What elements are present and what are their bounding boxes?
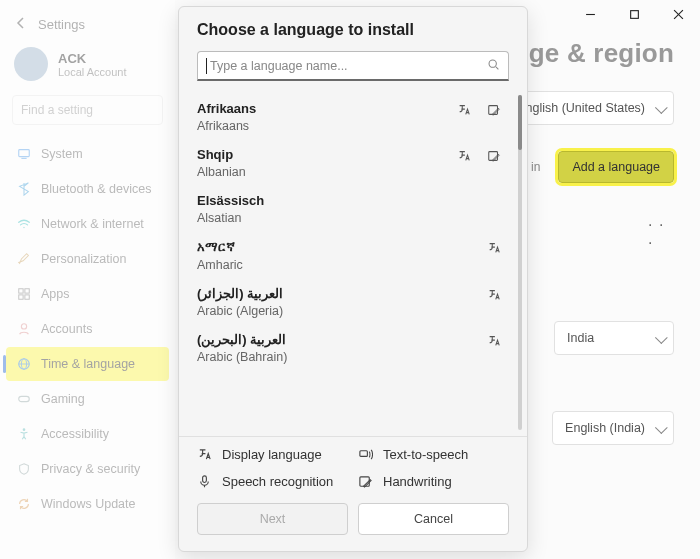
person-icon bbox=[16, 322, 31, 337]
mic-icon bbox=[197, 474, 212, 489]
next-button[interactable]: Next bbox=[197, 503, 348, 535]
more-button[interactable]: · · · bbox=[648, 221, 674, 247]
profile-subtitle: Local Account bbox=[58, 66, 127, 78]
dialog-title: Choose a language to install bbox=[179, 21, 527, 49]
profile-name: ACK bbox=[58, 51, 127, 66]
system-icon bbox=[16, 147, 31, 162]
sidebar-item-network[interactable]: Network & internet bbox=[6, 207, 169, 241]
display-lang-icon bbox=[197, 447, 212, 462]
language-option[interactable]: አማርኛAmharic bbox=[197, 231, 523, 278]
apps-icon bbox=[16, 287, 31, 302]
legend-tts: Text-to-speech bbox=[358, 447, 509, 462]
maximize-button[interactable] bbox=[612, 0, 656, 28]
handwriting-icon bbox=[487, 149, 501, 167]
sidebar-item-time-language[interactable]: Time & language bbox=[6, 347, 169, 381]
legend-speech: Speech recognition bbox=[197, 474, 348, 489]
country-dropdown[interactable]: India bbox=[554, 321, 674, 355]
tts-icon bbox=[487, 241, 501, 259]
sidebar-item-gaming[interactable]: Gaming bbox=[6, 382, 169, 416]
language-search-input[interactable]: Type a language name... bbox=[197, 51, 509, 81]
language-option[interactable]: ElsässischAlsatian bbox=[197, 185, 523, 231]
globe-icon bbox=[16, 357, 31, 372]
tts-icon bbox=[457, 103, 471, 121]
svg-rect-9 bbox=[24, 295, 28, 299]
language-list[interactable]: AfrikaansAfrikaansShqipAlbanianElsässisc… bbox=[179, 89, 527, 436]
svg-rect-8 bbox=[18, 295, 22, 299]
language-option[interactable]: العربية (البحرين)Arabic (Bahrain) bbox=[197, 324, 523, 370]
handwriting-icon bbox=[487, 103, 501, 121]
regional-format-dropdown[interactable]: English (India) bbox=[552, 411, 674, 445]
settings-header: Settings bbox=[38, 17, 85, 32]
svg-rect-21 bbox=[203, 476, 207, 483]
sidebar-item-apps[interactable]: Apps bbox=[6, 277, 169, 311]
svg-point-10 bbox=[21, 324, 26, 329]
sidebar-item-accounts[interactable]: Accounts bbox=[6, 312, 169, 346]
tts-icon bbox=[487, 288, 501, 306]
sidebar-item-privacy[interactable]: Privacy & security bbox=[6, 452, 169, 486]
sidebar-item-bluetooth[interactable]: Bluetooth & devices bbox=[6, 172, 169, 206]
brush-icon bbox=[16, 252, 31, 267]
add-language-button[interactable]: Add a language bbox=[558, 151, 674, 183]
sidebar-item-update[interactable]: Windows Update bbox=[6, 487, 169, 521]
close-button[interactable] bbox=[656, 0, 700, 28]
svg-rect-6 bbox=[18, 289, 22, 293]
legend-display: Display language bbox=[197, 447, 348, 462]
language-option[interactable]: ShqipAlbanian bbox=[197, 139, 523, 185]
search-icon bbox=[487, 57, 500, 75]
sidebar-item-personalization[interactable]: Personalization bbox=[6, 242, 169, 276]
tts-icon bbox=[457, 149, 471, 167]
legend-hand: Handwriting bbox=[358, 474, 509, 489]
svg-point-16 bbox=[489, 60, 496, 67]
shield-icon bbox=[16, 462, 31, 477]
svg-rect-14 bbox=[18, 396, 29, 401]
sidebar-item-accessibility[interactable]: Accessibility bbox=[6, 417, 169, 451]
bluetooth-icon bbox=[16, 182, 31, 197]
install-language-dialog: Choose a language to install Type a lang… bbox=[178, 6, 528, 552]
tts-icon bbox=[358, 447, 373, 462]
svg-rect-4 bbox=[18, 150, 29, 157]
sidebar-item-system[interactable]: System bbox=[6, 137, 169, 171]
display-language-dropdown[interactable]: English (United States) bbox=[504, 91, 674, 125]
tts-icon bbox=[487, 334, 501, 352]
svg-point-15 bbox=[22, 428, 25, 431]
avatar[interactable] bbox=[14, 47, 48, 81]
language-option[interactable]: AfrikaansAfrikaans bbox=[197, 93, 523, 139]
svg-rect-1 bbox=[630, 10, 638, 18]
wifi-icon bbox=[16, 217, 31, 232]
language-option[interactable]: العربية (الجزائر)Arabic (Algeria) bbox=[197, 278, 523, 324]
back-icon[interactable] bbox=[14, 16, 28, 33]
handwriting-icon bbox=[358, 474, 373, 489]
svg-line-17 bbox=[496, 66, 498, 68]
gaming-icon bbox=[16, 392, 31, 407]
update-icon bbox=[16, 497, 31, 512]
find-setting-input[interactable]: Find a setting bbox=[12, 95, 163, 125]
cancel-button[interactable]: Cancel bbox=[358, 503, 509, 535]
svg-rect-20 bbox=[360, 451, 368, 457]
accessibility-icon bbox=[16, 427, 31, 442]
svg-rect-7 bbox=[24, 289, 28, 293]
minimize-button[interactable] bbox=[568, 0, 612, 28]
